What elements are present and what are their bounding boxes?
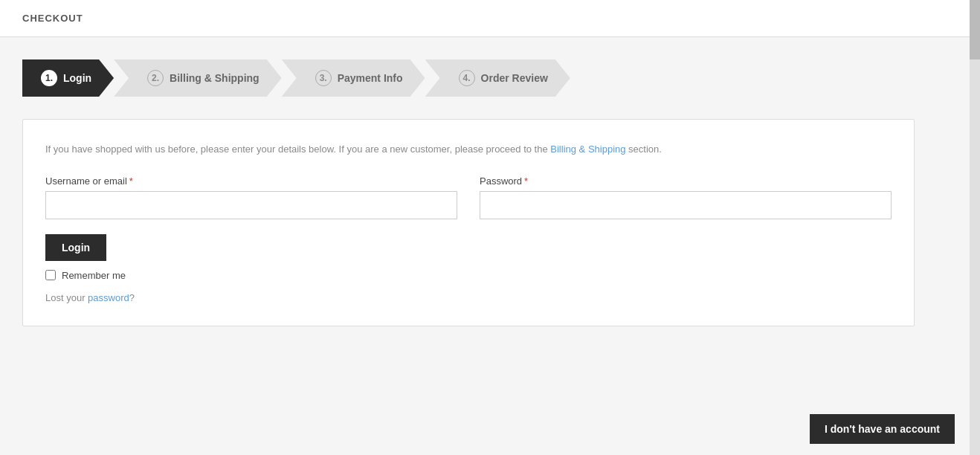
header: CHECKOUT (0, 0, 980, 37)
username-group: Username or email* (45, 175, 457, 219)
form-row: Username or email* Password* (45, 175, 892, 219)
login-button[interactable]: Login (45, 234, 106, 261)
username-label: Username or email* (45, 175, 457, 187)
step-3-number: 3. (315, 70, 332, 86)
info-text: If you have shopped with us before, plea… (45, 142, 892, 157)
step-2-number: 2. (147, 70, 164, 86)
username-required: * (129, 175, 133, 187)
login-box: If you have shopped with us before, plea… (22, 119, 915, 326)
scrollbar-thumb[interactable] (970, 0, 980, 59)
step-1-label: Login (63, 72, 91, 84)
password-label: Password* (480, 175, 892, 187)
lost-password-text3: ? (129, 292, 135, 303)
username-input[interactable] (45, 191, 457, 219)
progress-steps: 1. Login 2. Billing & Shipping 3. Paymen… (22, 59, 929, 97)
remember-me-label: Remember me (62, 270, 126, 281)
step-4-label: Order Review (481, 72, 548, 84)
info-text-part2: section. (626, 143, 662, 155)
step-login[interactable]: 1. Login (22, 59, 114, 97)
password-required: * (524, 175, 528, 187)
main-content: 1. Login 2. Billing & Shipping 3. Paymen… (0, 37, 952, 349)
info-text-part1: If you have shopped with us before, plea… (45, 143, 550, 155)
step-review[interactable]: 4. Order Review (425, 59, 570, 97)
step-3-label: Payment Info (338, 72, 403, 84)
remember-me-row: Remember me (45, 270, 892, 281)
step-2-label: Billing & Shipping (170, 72, 259, 84)
step-payment[interactable]: 3. Payment Info (282, 59, 425, 97)
lost-password-link[interactable]: password (88, 292, 129, 303)
step-4-number: 4. (459, 70, 475, 86)
billing-shipping-link[interactable]: Billing & Shipping (550, 143, 625, 155)
lost-password-text1: Lost your (45, 292, 88, 303)
password-group: Password* (480, 175, 892, 219)
password-input[interactable] (480, 191, 892, 219)
lost-password-row: Lost your password? (45, 292, 892, 303)
page-title: CHECKOUT (22, 13, 83, 24)
remember-me-checkbox[interactable] (45, 270, 56, 280)
scrollbar[interactable] (970, 0, 980, 349)
step-billing[interactable]: 2. Billing & Shipping (114, 59, 282, 97)
step-1-number: 1. (41, 70, 57, 86)
